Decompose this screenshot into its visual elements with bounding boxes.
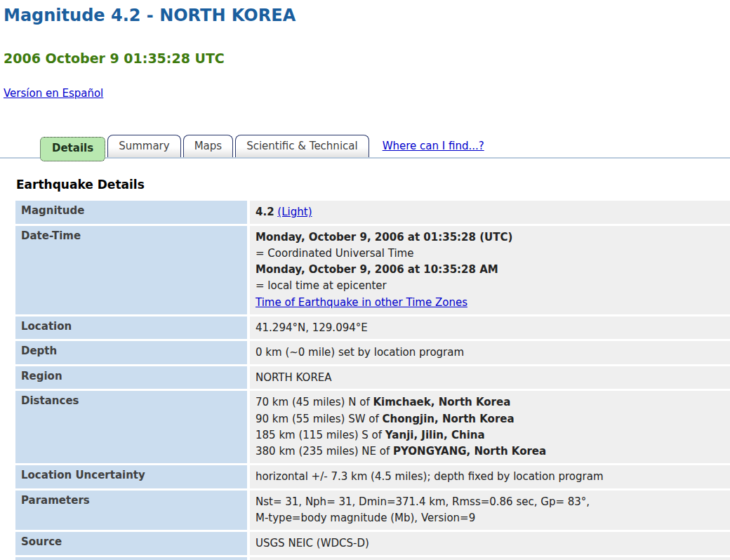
table-row-event-id: Event ID ustqab bbox=[15, 557, 730, 560]
other-timezones-link[interactable]: Time of Earthquake in other Time Zones bbox=[255, 296, 467, 309]
row-value-distances: 70 km (45 miles) N of Kimchaek, North Ko… bbox=[250, 391, 730, 463]
tab-maps[interactable]: Maps bbox=[183, 135, 233, 157]
row-value-parameters: Nst= 31, Nph= 31, Dmin=371.4 km, Rmss=0.… bbox=[250, 491, 730, 531]
distance-line: 185 km (115 miles) S of Yanji, Jilin, Ch… bbox=[255, 427, 724, 444]
row-value-region: NORTH KOREA bbox=[250, 366, 730, 389]
tab-bar: Details Summary Maps Scientific & Techni… bbox=[0, 133, 730, 159]
row-label-datetime: Date-Time bbox=[15, 226, 247, 314]
parameters-line1: Nst= 31, Nph= 31, Dmin=371.4 km, Rmss=0.… bbox=[255, 494, 724, 510]
datetime-utc-line: Monday, October 9, 2006 at 01:35:28 (UTC… bbox=[255, 229, 724, 246]
datetime-local-line: Monday, October 9, 2006 at 10:35:28 AM bbox=[255, 262, 724, 278]
row-label-location-uncertainty: Location Uncertainty bbox=[15, 465, 247, 488]
row-label-region: Region bbox=[15, 366, 247, 389]
earthquake-details-page: Magnitude 4.2 - NORTH KOREA 2006 October… bbox=[0, 0, 730, 560]
row-label-distances: Distances bbox=[15, 391, 247, 463]
row-value-datetime: Monday, October 9, 2006 at 01:35:28 (UTC… bbox=[250, 226, 730, 314]
row-label-depth: Depth bbox=[15, 341, 247, 364]
earthquake-details-table: Magnitude 4.2 (Light) Date-Time Monday, … bbox=[13, 199, 730, 560]
tab-summary[interactable]: Summary bbox=[107, 135, 181, 157]
row-label-magnitude: Magnitude bbox=[15, 201, 247, 224]
spanish-version-link[interactable]: Versíon en Español bbox=[4, 87, 103, 100]
datetime-local-note: = local time at epicenter bbox=[255, 278, 724, 294]
table-row-distances: Distances 70 km (45 miles) N of Kimchaek… bbox=[15, 391, 730, 463]
table-row-datetime: Date-Time Monday, October 9, 2006 at 01:… bbox=[15, 226, 730, 314]
table-row-location-uncertainty: Location Uncertainty horizontal +/- 7.3 … bbox=[15, 465, 730, 488]
table-row-magnitude: Magnitude 4.2 (Light) bbox=[15, 201, 730, 224]
tab-details[interactable]: Details bbox=[40, 137, 105, 161]
section-heading: Earthquake Details bbox=[0, 159, 730, 192]
parameters-line2: M-type=body magnitude (Mb), Version=9 bbox=[255, 510, 724, 526]
row-value-location-uncertainty: horizontal +/- 7.3 km (4.5 miles); depth… bbox=[250, 465, 730, 488]
where-can-i-find-link[interactable]: Where can I find...? bbox=[383, 140, 484, 152]
magnitude-class-link[interactable]: (Light) bbox=[277, 206, 312, 218]
table-row-location: Location 41.294°N, 129.094°E bbox=[15, 316, 730, 340]
table-row-region: Region NORTH KOREA bbox=[15, 366, 730, 389]
page-title: Magnitude 4.2 - NORTH KOREA bbox=[0, 0, 730, 25]
tab-scientific-technical[interactable]: Scientific & Technical bbox=[235, 135, 369, 157]
distance-line: 90 km (55 miles) SW of Chongjin, North K… bbox=[255, 411, 724, 427]
datetime-utc-note: = Coordinated Universal Time bbox=[255, 246, 724, 262]
row-value-location: 41.294°N, 129.094°E bbox=[250, 316, 730, 340]
spanish-version-link-wrap: Versíon en Español bbox=[0, 66, 730, 100]
table-row-depth: Depth 0 km (~0 mile) set by location pro… bbox=[15, 341, 730, 364]
table-row-parameters: Parameters Nst= 31, Nph= 31, Dmin=371.4 … bbox=[15, 491, 730, 531]
row-label-location: Location bbox=[15, 316, 247, 340]
row-label-source: Source bbox=[15, 532, 247, 555]
row-value-depth: 0 km (~0 mile) set by location program bbox=[250, 341, 730, 364]
event-datetime: 2006 October 9 01:35:28 UTC bbox=[0, 25, 730, 66]
row-value-source: USGS NEIC (WDCS-D) bbox=[250, 532, 730, 555]
row-label-event-id: Event ID bbox=[15, 557, 247, 560]
row-label-parameters: Parameters bbox=[15, 491, 247, 531]
table-row-source: Source USGS NEIC (WDCS-D) bbox=[15, 532, 730, 555]
distance-line: 70 km (45 miles) N of Kimchaek, North Ko… bbox=[255, 394, 724, 411]
row-value-magnitude: 4.2 (Light) bbox=[250, 201, 730, 224]
distance-line: 380 km (235 miles) NE of PYONGYANG, Nort… bbox=[255, 444, 724, 460]
row-value-event-id: ustqab bbox=[250, 557, 730, 560]
magnitude-value: 4.2 bbox=[255, 206, 274, 218]
